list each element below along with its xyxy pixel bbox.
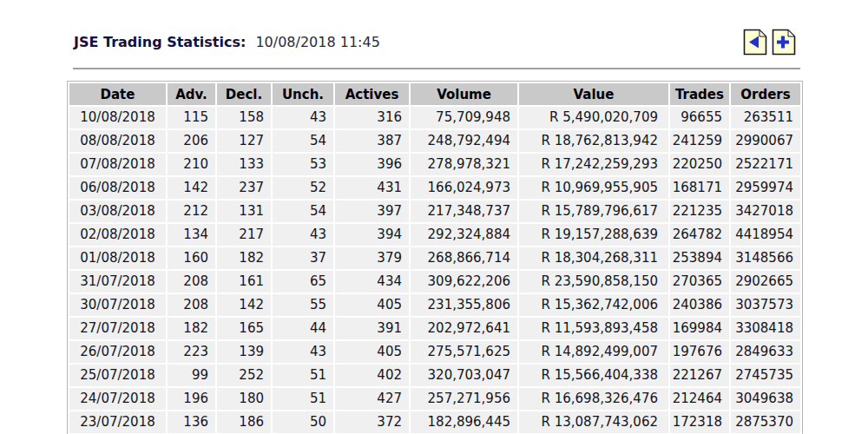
column-header-decl: Decl. xyxy=(217,83,271,105)
cell-adv: 99 xyxy=(168,365,215,386)
table-row: 27/07/201818216544391202,972,641R 11,593… xyxy=(69,318,800,339)
table-row: 24/07/201819618051427257,271,956R 16,698… xyxy=(69,388,800,410)
cell-orders: 3037573 xyxy=(731,294,800,316)
cell-decl: 165 xyxy=(217,318,271,339)
cell-adv: 182 xyxy=(168,318,215,339)
cell-orders: 3308418 xyxy=(731,318,800,339)
cell-value: R 14,892,499,007 xyxy=(519,341,668,363)
cell-date: 24/07/2018 xyxy=(69,388,166,410)
cell-actives: 397 xyxy=(335,201,409,222)
cell-orders: 2745735 xyxy=(731,365,800,386)
page-title: JSE Trading Statistics: 10/08/2018 11:45 xyxy=(74,34,380,50)
divider xyxy=(73,68,800,69)
cell-date: 01/08/2018 xyxy=(69,247,166,269)
cell-unch: 54 xyxy=(273,201,333,222)
cell-unch: 65 xyxy=(273,271,333,293)
cell-value: R 16,698,326,476 xyxy=(519,388,668,410)
cell-date: 06/08/2018 xyxy=(69,177,166,199)
table-row: 01/08/201816018237379268,866,714R 18,304… xyxy=(69,247,800,269)
cell-decl: 158 xyxy=(217,107,271,128)
table-row: 30/07/201820814255405231,355,806R 15,362… xyxy=(69,294,800,316)
cell-value: R 17,242,259,293 xyxy=(519,154,668,175)
cell-volume: 268,866,714 xyxy=(411,247,517,269)
cell-decl: 237 xyxy=(217,177,271,199)
cell-adv: 142 xyxy=(168,177,215,199)
page-title-label: JSE Trading Statistics: xyxy=(74,34,246,50)
cell-actives: 316 xyxy=(335,107,409,128)
cell-volume: 182,896,445 xyxy=(411,411,517,433)
cell-decl: 139 xyxy=(217,341,271,363)
cell-value: R 23,590,858,150 xyxy=(519,271,668,293)
cell-value: R 5,490,020,709 xyxy=(519,107,668,128)
cell-orders: 263511 xyxy=(731,107,800,128)
cell-trades: 172318 xyxy=(670,411,729,433)
cell-adv: 134 xyxy=(168,224,215,246)
cell-decl: 217 xyxy=(217,224,271,246)
cell-unch: 43 xyxy=(273,107,333,128)
cell-trades: 253894 xyxy=(670,247,729,269)
cell-unch: 53 xyxy=(273,154,333,175)
previous-page-icon-svg xyxy=(743,29,767,56)
column-header-volume: Volume xyxy=(411,83,517,105)
cell-volume: 166,024,973 xyxy=(411,177,517,199)
cell-decl: 252 xyxy=(217,365,271,386)
column-header-adv: Adv. xyxy=(168,83,215,105)
cell-decl: 180 xyxy=(217,388,271,410)
cell-actives: 372 xyxy=(335,411,409,433)
cell-value: R 18,304,268,311 xyxy=(519,247,668,269)
previous-page-icon[interactable] xyxy=(743,29,767,56)
page-title-datetime: 10/08/2018 11:45 xyxy=(255,34,379,50)
cell-date: 03/08/2018 xyxy=(69,201,166,222)
cell-trades: 240386 xyxy=(670,294,729,316)
cell-actives: 394 xyxy=(335,224,409,246)
cell-adv: 206 xyxy=(168,130,215,152)
cell-unch: 51 xyxy=(273,388,333,410)
cell-value: R 15,566,404,338 xyxy=(519,365,668,386)
cell-value: R 10,969,955,905 xyxy=(519,177,668,199)
cell-trades: 169984 xyxy=(670,318,729,339)
cell-date: 23/07/2018 xyxy=(69,411,166,433)
trading-statistics-table-wrap: DateAdv.Decl.Unch.ActivesVolumeValueTrad… xyxy=(67,81,803,434)
cell-volume: 257,271,956 xyxy=(411,388,517,410)
cell-trades: 96655 xyxy=(670,107,729,128)
cell-volume: 278,978,321 xyxy=(411,154,517,175)
cell-trades: 212464 xyxy=(670,388,729,410)
column-header-unch: Unch. xyxy=(273,83,333,105)
cell-value: R 19,157,288,639 xyxy=(519,224,668,246)
cell-orders: 2990067 xyxy=(731,130,800,152)
cell-date: 30/07/2018 xyxy=(69,294,166,316)
cell-actives: 427 xyxy=(335,388,409,410)
cell-adv: 208 xyxy=(168,271,215,293)
cell-trades: 168171 xyxy=(670,177,729,199)
cell-date: 25/07/2018 xyxy=(69,365,166,386)
add-page-icon[interactable] xyxy=(772,29,796,56)
cell-decl: 186 xyxy=(217,411,271,433)
cell-trades: 221267 xyxy=(670,365,729,386)
cell-date: 31/07/2018 xyxy=(69,271,166,293)
table-header-row: DateAdv.Decl.Unch.ActivesVolumeValueTrad… xyxy=(69,83,800,105)
cell-actives: 391 xyxy=(335,318,409,339)
cell-volume: 231,355,806 xyxy=(411,294,517,316)
table-row: 26/07/201822313943405275,571,625R 14,892… xyxy=(69,341,800,363)
cell-adv: 223 xyxy=(168,341,215,363)
add-page-icon-svg xyxy=(772,29,796,56)
cell-actives: 387 xyxy=(335,130,409,152)
cell-date: 08/08/2018 xyxy=(69,130,166,152)
cell-volume: 75,709,948 xyxy=(411,107,517,128)
cell-value: R 15,362,742,006 xyxy=(519,294,668,316)
cell-adv: 196 xyxy=(168,388,215,410)
table-row: 07/08/201821013353396278,978,321R 17,242… xyxy=(69,154,800,175)
cell-orders: 2959974 xyxy=(731,177,800,199)
cell-decl: 133 xyxy=(217,154,271,175)
cell-actives: 396 xyxy=(335,154,409,175)
cell-orders: 3148566 xyxy=(731,247,800,269)
cell-unch: 51 xyxy=(273,365,333,386)
cell-value: R 15,789,796,617 xyxy=(519,201,668,222)
cell-actives: 405 xyxy=(335,294,409,316)
cell-trades: 264782 xyxy=(670,224,729,246)
table-row: 06/08/201814223752431166,024,973R 10,969… xyxy=(69,177,800,199)
cell-date: 02/08/2018 xyxy=(69,224,166,246)
cell-date: 26/07/2018 xyxy=(69,341,166,363)
cell-actives: 405 xyxy=(335,341,409,363)
cell-value: R 11,593,893,458 xyxy=(519,318,668,339)
